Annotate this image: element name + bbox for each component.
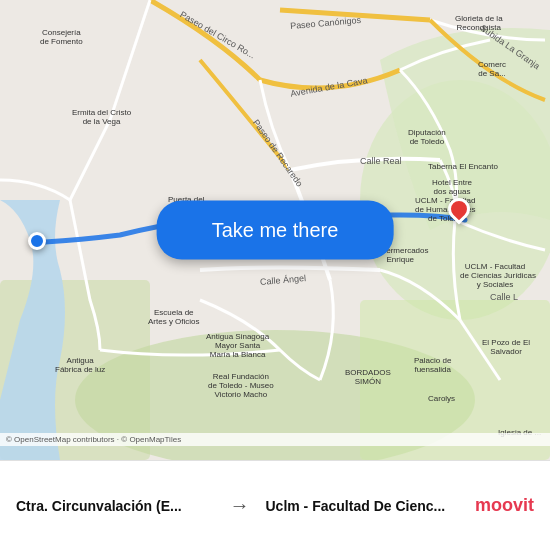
place-real-fundacion: Real Fundaciónde Toledo - MuseoVictorio … <box>208 372 274 399</box>
take-me-there-button[interactable]: Take me there <box>157 201 394 260</box>
place-carolys: Carolys <box>428 394 455 403</box>
bottom-bar-content: Ctra. Circunvalación (E... → Uclm - Facu… <box>16 494 534 517</box>
place-glorieta: Glorieta de laReconquista <box>455 14 503 32</box>
map-attribution: © OpenStreetMap contributors · © OpenMap… <box>0 433 550 446</box>
origin-section: Ctra. Circunvalación (E... <box>16 498 214 514</box>
dest-section: Uclm - Facultad De Cienc... <box>266 498 464 514</box>
origin-pin <box>28 232 46 250</box>
place-sinagoga: Antigua SinagogaMayor SantaMaría la Blan… <box>206 332 269 359</box>
place-comerc: Comercde Sa... <box>478 60 506 78</box>
place-pozo: El Pozo de ElSalvador <box>482 338 530 356</box>
place-ermita: Ermita del Cristode la Vega <box>72 108 131 126</box>
moovit-logo: moovit <box>475 495 534 516</box>
arrow-section: → <box>214 494 266 517</box>
place-diputacion: Diputaciónde Toledo <box>408 128 446 146</box>
route-arrow: → <box>230 494 250 516</box>
place-bordados: BORDADOSSIMÓN <box>345 368 391 386</box>
bottom-bar: Ctra. Circunvalación (E... → Uclm - Facu… <box>0 460 550 550</box>
place-fabrica: AntiguaFábrica de luz <box>55 356 105 374</box>
origin-name: Ctra. Circunvalación (E... <box>16 498 214 514</box>
street-label-real: Calle Real <box>360 156 402 166</box>
street-label-calle-l: Calle L <box>490 292 518 302</box>
moovit-brand-text: moovit <box>475 495 534 516</box>
place-palacio: Palacio defuensalida <box>414 356 451 374</box>
place-taberna: Taberna El Encanto <box>428 162 498 171</box>
place-escuela: Escuela deArtes y Oficios <box>148 308 200 326</box>
place-uclm-juridicas: UCLM - Facultadde Ciencias Jurídicasy So… <box>460 262 530 289</box>
destination-name: Uclm - Facultad De Cienc... <box>266 498 464 514</box>
map-container: Paseo Canónigos Paseo del Circo Ro... Av… <box>0 0 550 460</box>
place-consejeria: Consejeríade Fomento <box>40 28 83 46</box>
place-hotel: Hotel Entredos aguas <box>432 178 472 196</box>
destination-pin <box>448 198 472 230</box>
